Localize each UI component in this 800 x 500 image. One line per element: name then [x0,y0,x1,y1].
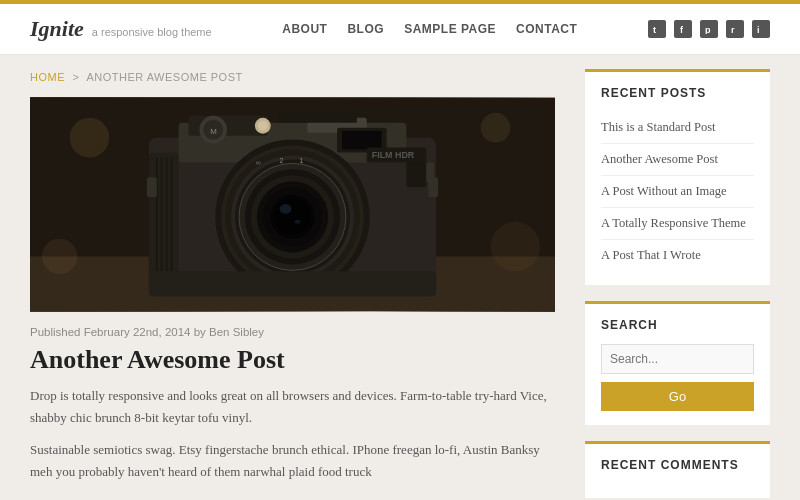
recent-posts-title: RECENT POSTS [601,86,754,100]
facebook-icon[interactable]: f [674,20,692,38]
svg-point-31 [280,204,292,214]
svg-text:t: t [653,25,656,34]
page-wrapper: HOME > ANOTHER AWESOME POST [0,69,800,500]
nav-blog[interactable]: BLOG [347,22,384,36]
svg-text:i: i [757,25,760,34]
recent-comments-widget: RECENT COMMENTS [585,441,770,498]
nav-contact[interactable]: CONTACT [516,22,577,36]
social-icons-group: t f p r i [648,20,770,38]
svg-text:1: 1 [299,157,303,164]
post-excerpt-2: Sustainable semiotics swag. Etsy fingers… [30,439,555,483]
svg-point-30 [275,199,311,235]
recent-post-link[interactable]: A Post Without an Image [601,184,727,198]
list-item[interactable]: A Totally Responsive Theme [601,208,754,240]
svg-point-49 [481,113,511,143]
svg-point-50 [491,222,541,272]
recent-post-link[interactable]: A Post That I Wrote [601,248,701,262]
recent-post-link[interactable]: Another Awesome Post [601,152,718,166]
list-item[interactable]: A Post Without an Image [601,176,754,208]
svg-text:M: M [210,127,217,136]
breadcrumb: HOME > ANOTHER AWESOME POST [30,71,243,83]
breadcrumb-separator: > [73,71,80,83]
svg-point-48 [70,118,110,158]
post-title: Another Awesome Post [30,344,555,375]
main-content: M [30,97,555,484]
breadcrumb-current: ANOTHER AWESOME POST [86,71,242,83]
list-item[interactable]: Another Awesome Post [601,144,754,176]
search-input[interactable] [601,344,754,374]
site-logo[interactable]: Ignite [30,16,84,42]
svg-rect-38 [149,152,179,281]
svg-text:2: 2 [280,157,284,164]
svg-rect-43 [149,271,436,296]
search-widget: SEARCH Go [585,301,770,425]
svg-text:f: f [680,25,684,34]
recent-posts-widget: RECENT POSTS This is a Standard Post Ano… [585,69,770,285]
search-widget-title: SEARCH [601,318,754,332]
svg-point-51 [42,239,78,275]
list-item[interactable]: This is a Standard Post [601,112,754,144]
rss-icon[interactable]: r [726,20,744,38]
breadcrumb-area: HOME > ANOTHER AWESOME POST [30,69,585,85]
instagram-icon[interactable]: i [752,20,770,38]
sidebar: RECENT POSTS This is a Standard Post Ano… [585,69,770,500]
recent-post-link[interactable]: This is a Standard Post [601,120,716,134]
svg-text:FILM HDR: FILM HDR [372,150,415,160]
breadcrumb-home[interactable]: HOME [30,71,65,83]
pinterest-icon[interactable]: p [700,20,718,38]
recent-post-link[interactable]: A Totally Responsive Theme [601,216,746,230]
svg-point-32 [294,220,300,224]
nav-sample-page[interactable]: SAMPLE PAGE [404,22,496,36]
svg-text:r: r [731,25,735,34]
logo-area: Ignite a responsive blog theme [30,16,212,42]
svg-text:p: p [705,25,711,34]
content-column: HOME > ANOTHER AWESOME POST [30,69,585,500]
svg-rect-13 [342,131,382,150]
post-meta: Published February 22nd, 2014 by Ben Sib… [30,326,555,338]
search-button[interactable]: Go [601,382,754,411]
twitter-icon[interactable]: t [648,20,666,38]
svg-rect-11 [278,113,357,123]
svg-text:∞: ∞ [256,159,261,166]
recent-comments-title: RECENT COMMENTS [601,458,754,472]
main-nav: ABOUT BLOG SAMPLE PAGE CONTACT [282,22,577,36]
list-item[interactable]: A Post That I Wrote [601,240,754,271]
svg-rect-46 [147,177,157,197]
site-header: Ignite a responsive blog theme ABOUT BLO… [0,4,800,55]
nav-about[interactable]: ABOUT [282,22,327,36]
svg-rect-47 [428,177,438,197]
site-tagline: a responsive blog theme [92,26,212,38]
post-featured-image: M [30,97,555,312]
svg-point-18 [258,121,268,131]
post-excerpt-1: Drop is totally responsive and looks gre… [30,385,555,429]
